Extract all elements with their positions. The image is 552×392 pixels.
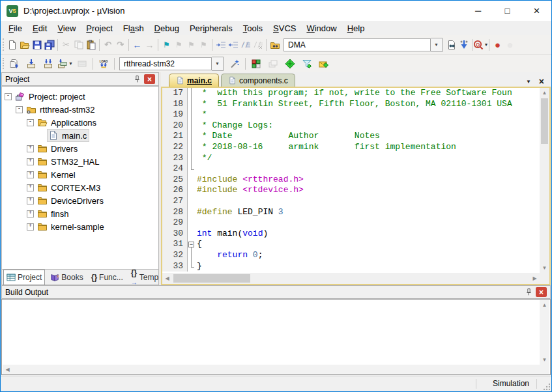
manage-run-time-environment-button[interactable] bbox=[248, 57, 265, 71]
tree-item-project-project[interactable]: -Project: project bbox=[2, 90, 158, 103]
pin-icon[interactable] bbox=[133, 75, 141, 83]
target-options-button[interactable] bbox=[226, 57, 243, 71]
scroll-left-icon[interactable]: ◀ bbox=[162, 273, 172, 283]
filter-packs-button[interactable] bbox=[298, 57, 315, 71]
line-number[interactable]: 33 bbox=[162, 261, 188, 272]
scrollbar-thumb[interactable] bbox=[173, 274, 250, 283]
line-number[interactable]: 18 bbox=[162, 99, 188, 110]
find-in-files-button[interactable] bbox=[269, 38, 281, 52]
code-editor[interactable]: 17 * with this program; if not, write to… bbox=[162, 88, 540, 273]
build-output-close-icon[interactable]: × bbox=[536, 287, 547, 297]
expand-icon[interactable]: + bbox=[27, 171, 34, 178]
save-all-button[interactable] bbox=[43, 38, 55, 52]
scroll-left-icon[interactable]: ◀ bbox=[3, 365, 12, 374]
line-number[interactable]: 27 bbox=[162, 196, 188, 207]
tree-item-rtthread-stm32[interactable]: -rtthread-stm32 bbox=[2, 103, 158, 116]
scroll-right-icon[interactable]: ▶ bbox=[530, 273, 540, 283]
document-tab-main-c[interactable]: main.c bbox=[169, 74, 219, 87]
menu-project[interactable]: Project bbox=[81, 22, 117, 35]
scroll-down-icon[interactable]: ▼ bbox=[540, 263, 549, 273]
menu-window[interactable]: Window bbox=[301, 22, 341, 35]
line-number[interactable]: 32 bbox=[162, 250, 188, 261]
line-number[interactable]: 22 bbox=[162, 142, 188, 153]
resize-grip-icon[interactable] bbox=[542, 382, 550, 390]
tree-item-devicedrivers[interactable]: +DeviceDrivers bbox=[2, 194, 158, 207]
menu-peripherals[interactable]: Peripherals bbox=[184, 22, 238, 35]
minimize-button[interactable]: ─ bbox=[463, 1, 493, 21]
tree-item-main-c[interactable]: -main.c bbox=[2, 129, 158, 142]
scrollbar-thumb[interactable] bbox=[541, 98, 548, 144]
new-file-button[interactable] bbox=[6, 38, 18, 52]
line-number[interactable]: 17 bbox=[162, 88, 188, 99]
line-number[interactable]: 28 bbox=[162, 207, 188, 218]
download-button[interactable]: LOAD bbox=[95, 57, 112, 71]
expand-icon[interactable]: + bbox=[27, 210, 34, 217]
tree-item-kernel[interactable]: +Kernel bbox=[2, 168, 158, 181]
tree-item-kernel-sample[interactable]: +kernel-sample bbox=[2, 220, 158, 233]
line-number[interactable]: 26 bbox=[162, 185, 188, 196]
workspace-tab-func[interactable]: {}Func... bbox=[89, 270, 126, 285]
pack-installer-button[interactable] bbox=[315, 57, 332, 71]
editor-vertical-scrollbar[interactable]: ▲ ▼ bbox=[540, 88, 549, 273]
expand-icon[interactable]: + bbox=[27, 197, 34, 204]
insert-breakpoint-button[interactable]: ● bbox=[491, 38, 504, 52]
expand-icon[interactable]: + bbox=[27, 223, 34, 231]
tree-item-finsh[interactable]: +finsh bbox=[2, 207, 158, 220]
tab-list-dropdown-icon[interactable]: ▼ bbox=[526, 79, 531, 85]
collapse-icon[interactable]: - bbox=[5, 93, 12, 100]
select-software-packs-button[interactable] bbox=[282, 57, 298, 71]
workspace-tab-project[interactable]: Project bbox=[3, 270, 45, 285]
save-button[interactable] bbox=[31, 38, 43, 52]
menu-svcs[interactable]: SVCS bbox=[268, 22, 301, 35]
line-number[interactable]: 19 bbox=[162, 109, 188, 120]
menu-file[interactable]: File bbox=[3, 22, 27, 35]
editor-horizontal-scrollbar[interactable]: ◀ ▶ bbox=[162, 273, 540, 284]
menu-view[interactable]: View bbox=[52, 22, 81, 35]
project-panel-close-icon[interactable]: × bbox=[144, 74, 155, 84]
expand-icon[interactable]: + bbox=[27, 158, 34, 165]
chevron-down-icon[interactable]: ▼ bbox=[431, 38, 443, 52]
rebuild-button[interactable] bbox=[40, 57, 57, 71]
collapse-icon[interactable]: - bbox=[27, 119, 34, 126]
line-number[interactable]: 31 bbox=[162, 239, 188, 250]
chevron-down-icon[interactable]: ▼ bbox=[212, 57, 224, 71]
paste-button[interactable] bbox=[85, 38, 97, 52]
open-button[interactable] bbox=[18, 38, 31, 52]
select-target-combo-value[interactable]: rtthread-stm32 bbox=[119, 57, 212, 70]
tree-item-cortex-m3[interactable]: +CORTEX-M3 bbox=[2, 181, 158, 194]
navigate-back-button[interactable]: ← bbox=[131, 38, 143, 52]
menu-flash[interactable]: Flash bbox=[118, 22, 149, 35]
menu-help[interactable]: Help bbox=[342, 22, 370, 35]
close-button[interactable]: × bbox=[522, 1, 551, 21]
line-number[interactable]: 23 bbox=[162, 153, 188, 164]
expand-icon[interactable]: + bbox=[27, 145, 34, 152]
fold-margin[interactable] bbox=[188, 239, 195, 250]
unindent-button[interactable] bbox=[227, 38, 239, 52]
scroll-up-icon[interactable]: ▲ bbox=[540, 300, 549, 310]
line-number[interactable]: 29 bbox=[162, 217, 188, 229]
scroll-down-icon[interactable]: ▼ bbox=[540, 355, 549, 365]
tree-item-stm32-hal[interactable]: +STM32_HAL bbox=[2, 155, 158, 168]
build-output-horizontal-scrollbar[interactable]: ◀ bbox=[3, 365, 549, 374]
line-number[interactable]: 20 bbox=[162, 120, 188, 132]
find-text-combo[interactable]: DMA▼ bbox=[283, 38, 443, 51]
translate-button[interactable] bbox=[6, 57, 23, 71]
find-button[interactable] bbox=[445, 38, 458, 52]
build-output-vertical-scrollbar[interactable]: ▲ ▼ bbox=[540, 300, 549, 365]
line-number[interactable]: 25 bbox=[162, 175, 188, 186]
collapse-icon[interactable]: - bbox=[16, 106, 23, 113]
tree-item-drivers[interactable]: +Drivers bbox=[2, 142, 158, 155]
build-output-body[interactable]: ▲ ▼ ◀ bbox=[1, 299, 551, 375]
scroll-up-icon[interactable]: ▲ bbox=[540, 88, 549, 98]
select-target-combo[interactable]: rtthread-stm32▼ bbox=[119, 57, 224, 70]
toggle-bookmark-button[interactable]: ⚑ bbox=[160, 38, 173, 52]
find-text-combo-value[interactable]: DMA bbox=[283, 38, 431, 51]
indent-button[interactable] bbox=[214, 38, 227, 52]
tree-item-applications[interactable]: -Applications bbox=[2, 116, 158, 129]
chevron-down-icon[interactable]: ▼ bbox=[484, 42, 489, 47]
workspace-tab-books[interactable]: ?Books bbox=[48, 270, 85, 285]
document-tab-components-c[interactable]: components.c bbox=[221, 74, 295, 87]
menu-tools[interactable]: Tools bbox=[238, 22, 268, 35]
expand-icon[interactable]: + bbox=[27, 184, 34, 191]
close-document-icon[interactable]: × bbox=[539, 76, 544, 87]
